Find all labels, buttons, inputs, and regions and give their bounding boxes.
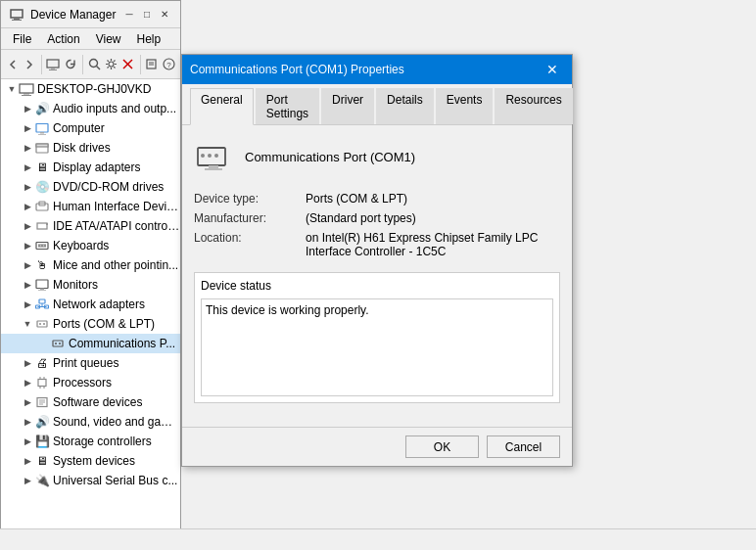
network-icon	[34, 297, 50, 312]
tree-item-software[interactable]: ▶ Software devices	[1, 392, 180, 412]
tree-item-usb[interactable]: ▶ 🔌 Universal Serial Bus c...	[1, 471, 180, 490]
tab-resources[interactable]: Resources	[495, 88, 572, 124]
keyboard-icon	[34, 238, 50, 253]
tab-details[interactable]: Details	[376, 88, 434, 124]
device-status-box[interactable]: This device is working properly.	[201, 298, 553, 396]
tree-item-audio[interactable]: ▶ 🔊 Audio inputs and outp...	[1, 99, 180, 118]
ide-expand-icon: ▶	[21, 219, 34, 233]
com1-icon	[50, 336, 66, 351]
svg-rect-4	[51, 68, 55, 69]
svg-rect-36	[38, 290, 46, 291]
tree-item-keyboards[interactable]: ▶ Keyboards	[1, 236, 180, 255]
location-label: Location:	[194, 231, 302, 258]
main-title-bar: Device Manager ─ □ ✕	[1, 1, 180, 28]
tree-root[interactable]: ▼ DESKTOP-GHJ0VKD	[1, 79, 180, 99]
device-tree[interactable]: ▼ DESKTOP-GHJ0VKD ▶ 🔊 Audio inputs and o…	[1, 79, 180, 550]
svg-rect-23	[36, 144, 48, 147]
search-button[interactable]	[86, 53, 101, 76]
storage-expand-icon: ▶	[21, 435, 34, 448]
tab-port-settings[interactable]: Port Settings	[256, 88, 319, 124]
svg-point-6	[89, 60, 97, 68]
remove-button[interactable]	[120, 53, 135, 76]
refresh-button[interactable]	[63, 53, 77, 76]
tree-item-disk[interactable]: ▶ Disk drives	[1, 138, 180, 158]
svg-rect-19	[36, 124, 48, 133]
tree-item-processors[interactable]: ▶ Processors	[1, 373, 180, 392]
close-button[interactable]: ✕	[157, 7, 172, 23]
svg-point-64	[214, 154, 218, 158]
com1-label: Communications P...	[69, 337, 175, 350]
menu-action[interactable]: Action	[39, 30, 87, 48]
device-large-icon	[194, 137, 233, 176]
software-label: Software devices	[53, 395, 142, 409]
help-button[interactable]: ?	[162, 53, 176, 76]
tree-item-display[interactable]: ▶ 🖥 Display adapters	[1, 158, 180, 177]
usb-icon: 🔌	[34, 473, 50, 488]
menu-help[interactable]: Help	[129, 30, 169, 48]
display-label: Display adapters	[53, 160, 140, 174]
computer-expand-icon: ▶	[21, 121, 34, 135]
tab-events[interactable]: Events	[436, 88, 494, 124]
svg-rect-34	[36, 280, 48, 289]
tree-item-com1[interactable]: ▶ Communications P...	[1, 334, 180, 353]
cancel-button[interactable]: Cancel	[487, 435, 560, 458]
properties-button[interactable]	[144, 53, 159, 76]
svg-rect-46	[53, 341, 63, 346]
status-bar	[0, 528, 756, 550]
tree-item-dvd[interactable]: ▶ 💿 DVD/CD-ROM drives	[1, 177, 180, 197]
tree-item-hid[interactable]: ▶ Human Interface Devic...	[1, 197, 180, 216]
tree-item-network[interactable]: ▶ Network adapters	[1, 295, 180, 314]
toolbar-sep-1	[41, 55, 42, 74]
svg-point-62	[201, 154, 205, 158]
main-title-text: Device Manager	[30, 8, 121, 22]
tree-item-ide[interactable]: ▶ IDE ATA/ATAPI controll...	[1, 216, 180, 236]
tree-item-system[interactable]: ▶ 🖥 System devices	[1, 451, 180, 471]
computer-tree-icon	[34, 120, 50, 136]
menu-file[interactable]: File	[5, 30, 39, 48]
minimize-button[interactable]: ─	[121, 7, 137, 23]
hid-label: Human Interface Devic...	[53, 200, 180, 213]
svg-rect-37	[39, 299, 45, 303]
ok-button[interactable]: OK	[405, 435, 479, 458]
svg-rect-17	[24, 93, 29, 95]
svg-rect-35	[40, 289, 44, 291]
tree-item-ports[interactable]: ▼ Ports (COM & LPT)	[1, 314, 180, 334]
usb-expand-icon: ▶	[21, 474, 34, 487]
toolbar-sep-2	[82, 55, 83, 74]
dvd-icon: 💿	[34, 179, 50, 195]
main-window: Device Manager ─ □ ✕ File Action View He…	[0, 0, 181, 550]
toolbar-sep-3	[140, 55, 141, 74]
device-status-text: This device is working properly.	[206, 303, 369, 317]
ports-icon	[34, 316, 50, 332]
settings-button[interactable]	[104, 53, 118, 76]
svg-point-63	[208, 154, 212, 158]
tree-item-computer[interactable]: ▶ Computer	[1, 118, 180, 138]
menu-bar: File Action View Help	[1, 28, 180, 50]
tree-item-sound[interactable]: ▶ 🔊 Sound, video and gam...	[1, 412, 180, 432]
back-button[interactable]	[5, 53, 20, 76]
disk-icon	[34, 140, 50, 156]
mice-expand-icon: ▶	[21, 258, 34, 272]
print-label: Print queues	[53, 356, 118, 370]
toolbar: ?	[1, 50, 180, 79]
dialog-close-button[interactable]: ✕	[541, 60, 564, 79]
computer-button[interactable]	[45, 53, 61, 76]
monitors-expand-icon: ▶	[21, 278, 34, 292]
tree-item-print[interactable]: ▶ 🖨 Print queues	[1, 353, 180, 373]
forward-button[interactable]	[22, 53, 36, 76]
maximize-button[interactable]: □	[139, 7, 155, 23]
svg-point-48	[59, 343, 61, 344]
processors-icon	[34, 375, 50, 390]
dvd-label: DVD/CD-ROM drives	[53, 180, 164, 194]
menu-view[interactable]: View	[88, 30, 129, 48]
tab-general[interactable]: General	[190, 88, 254, 125]
properties-dialog: Communications Port (COM1) Properties ✕ …	[181, 54, 573, 467]
tree-item-monitors[interactable]: ▶ Monitors	[1, 275, 180, 295]
display-icon: 🖥	[34, 160, 50, 175]
svg-rect-2	[12, 20, 22, 21]
tree-item-mice[interactable]: ▶ 🖱 Mice and other pointin...	[1, 255, 180, 275]
audio-icon: 🔊	[34, 101, 50, 116]
tree-item-storage[interactable]: ▶ 💾 Storage controllers	[1, 432, 180, 451]
tab-driver[interactable]: Driver	[321, 88, 374, 124]
svg-rect-49	[38, 380, 46, 387]
